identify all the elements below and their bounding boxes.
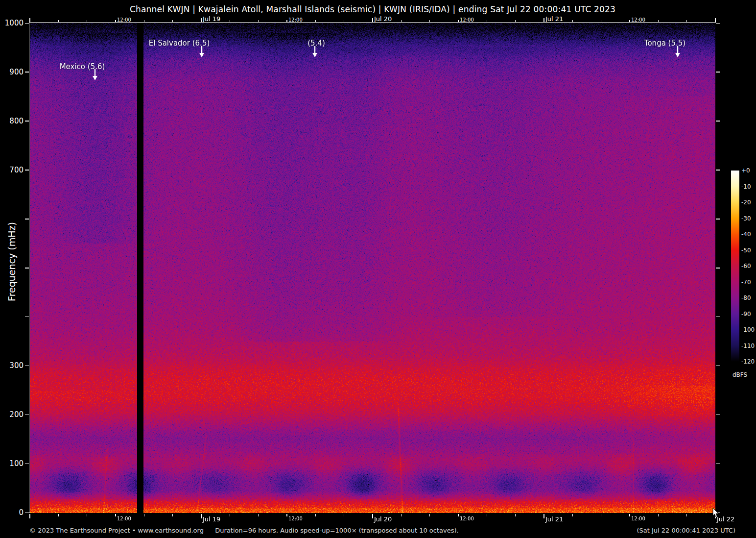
x-tick-bottom bbox=[344, 514, 345, 516]
x-tick-top bbox=[258, 20, 259, 23]
x-tick-top bbox=[543, 18, 544, 23]
colorbar-tick-label: -70 bbox=[741, 279, 751, 286]
y-tick-left bbox=[25, 415, 29, 416]
y-tick-left bbox=[25, 317, 29, 318]
y-tick-left bbox=[25, 268, 29, 269]
y-tick-left bbox=[25, 23, 29, 24]
y-tick-left bbox=[25, 121, 29, 122]
x-tick-top bbox=[58, 20, 59, 23]
x-tick-bottom bbox=[286, 514, 287, 516]
x-tick-top bbox=[230, 20, 231, 23]
x-tick-label-bottom: 12:00 bbox=[288, 516, 303, 521]
colorbar-tick-label: -110 bbox=[741, 343, 755, 349]
footer-timestamp: (Sat Jul 22 00:00:41 2023 UTC) bbox=[637, 527, 735, 534]
y-tick-right bbox=[716, 366, 720, 367]
x-tick-top bbox=[401, 20, 402, 23]
colorbar-tick-label: -10 bbox=[741, 184, 751, 190]
y-tick-label: 700 bbox=[3, 166, 24, 174]
x-tick-label-bottom: 12:00 bbox=[117, 516, 131, 521]
x-tick-top bbox=[201, 18, 202, 23]
x-tick-top bbox=[658, 20, 659, 23]
x-tick-label-bottom: Jul 21 bbox=[545, 516, 563, 523]
y-tick-right bbox=[716, 170, 720, 171]
y-tick-right bbox=[716, 72, 720, 73]
y-tick-right bbox=[716, 464, 720, 465]
y-tick-right bbox=[716, 415, 720, 416]
spectrogram-canvas bbox=[30, 23, 715, 513]
x-tick-bottom bbox=[629, 514, 630, 516]
x-tick-top bbox=[515, 20, 516, 23]
y-tick-right bbox=[716, 219, 720, 220]
colorbar-gradient bbox=[731, 171, 739, 362]
mouse-cursor-icon bbox=[712, 508, 720, 518]
x-tick-top bbox=[629, 20, 630, 23]
colorbar-units-label: dBFS bbox=[729, 371, 751, 378]
x-tick-label-bottom: 12:00 bbox=[631, 516, 645, 521]
y-tick-left bbox=[25, 219, 29, 220]
x-tick-top bbox=[29, 18, 30, 23]
colorbar-tick-label: -30 bbox=[741, 216, 751, 222]
x-tick-bottom bbox=[401, 514, 402, 516]
x-tick-label-top: 12:00 bbox=[631, 17, 645, 23]
x-tick-top bbox=[344, 20, 345, 23]
x-tick-top bbox=[572, 20, 573, 23]
y-tick-label: 200 bbox=[3, 411, 24, 418]
x-tick-top bbox=[87, 20, 88, 23]
down-arrow-icon bbox=[198, 46, 205, 58]
x-tick-bottom bbox=[515, 514, 516, 516]
colorbar-tick-label: -40 bbox=[741, 231, 751, 238]
x-tick-bottom bbox=[686, 514, 687, 516]
y-tick-label: 100 bbox=[3, 460, 24, 467]
x-tick-bottom bbox=[572, 514, 573, 516]
x-tick-top bbox=[429, 20, 430, 23]
x-tick-bottom bbox=[543, 514, 544, 518]
y-tick-left bbox=[25, 72, 29, 73]
y-tick-label: 900 bbox=[3, 68, 24, 76]
y-tick-right bbox=[716, 268, 720, 269]
x-tick-bottom bbox=[601, 514, 602, 516]
x-tick-top bbox=[487, 20, 488, 23]
x-tick-bottom bbox=[315, 514, 316, 516]
y-tick-left bbox=[25, 170, 29, 171]
x-tick-bottom bbox=[429, 514, 430, 516]
footer-duration: Duration=96 hours. Audio speed-up=1000× … bbox=[30, 527, 644, 534]
y-tick-label: 300 bbox=[3, 362, 24, 369]
y-tick-label: 0 bbox=[3, 509, 24, 516]
y-tick-left bbox=[25, 366, 29, 367]
x-tick-bottom bbox=[29, 514, 30, 518]
y-tick-right bbox=[716, 317, 720, 318]
x-tick-top bbox=[372, 18, 373, 23]
x-tick-top bbox=[458, 20, 459, 23]
x-tick-bottom bbox=[372, 514, 373, 518]
x-tick-bottom bbox=[230, 514, 231, 516]
x-tick-label-top: Jul 21 bbox=[545, 16, 563, 23]
x-tick-bottom bbox=[58, 514, 59, 516]
colorbar-tick-label: -50 bbox=[741, 247, 751, 254]
x-tick-top bbox=[172, 20, 173, 23]
x-tick-bottom bbox=[172, 514, 173, 516]
y-tick-right bbox=[716, 23, 720, 24]
x-tick-top bbox=[144, 20, 145, 23]
spectrogram-figure: Channel KWJN | Kwajalein Atoll, Marshall… bbox=[0, 0, 756, 538]
x-tick-bottom bbox=[115, 514, 116, 516]
y-axis-title: Frequency (mHz) bbox=[6, 222, 17, 301]
figure-title: Channel KWJN | Kwajalein Atoll, Marshall… bbox=[30, 4, 715, 14]
x-tick-label-top: 12:00 bbox=[460, 17, 474, 23]
y-tick-left bbox=[25, 513, 29, 514]
x-tick-top bbox=[686, 20, 687, 23]
colorbar-tick-label: -20 bbox=[741, 199, 751, 206]
x-tick-bottom bbox=[258, 514, 259, 516]
x-tick-label-bottom: 12:00 bbox=[460, 516, 474, 521]
x-tick-top bbox=[115, 20, 116, 23]
y-tick-right bbox=[716, 121, 720, 122]
y-tick-label: 800 bbox=[3, 117, 24, 125]
x-tick-label-top: 12:00 bbox=[117, 17, 131, 23]
down-arrow-icon bbox=[674, 46, 681, 58]
colorbar-tick-label: -120 bbox=[741, 359, 755, 365]
x-tick-bottom bbox=[87, 514, 88, 516]
x-tick-bottom bbox=[144, 514, 145, 516]
x-tick-top bbox=[601, 20, 602, 23]
down-arrow-icon bbox=[92, 69, 98, 81]
x-tick-label-bottom: Jul 20 bbox=[374, 516, 392, 523]
x-tick-label-top: 12:00 bbox=[288, 17, 303, 23]
